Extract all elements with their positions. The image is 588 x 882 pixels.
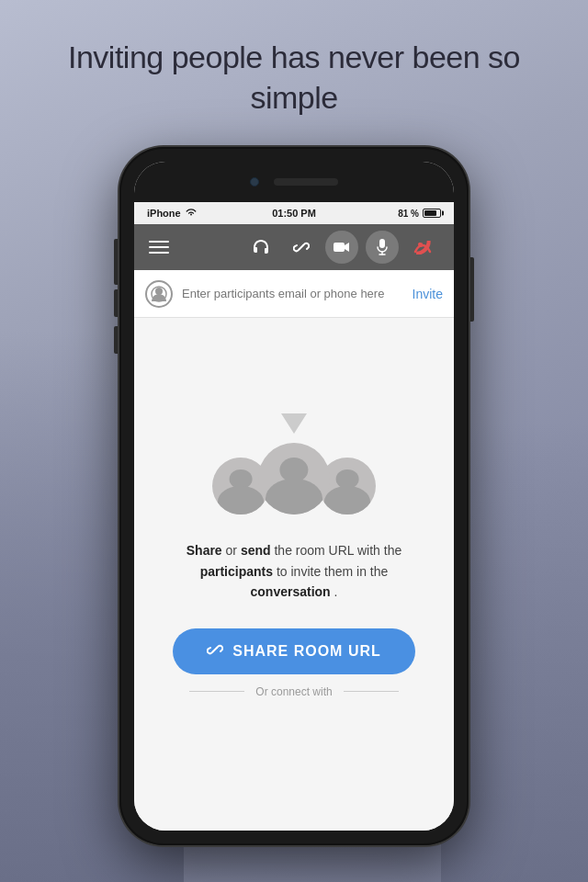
headline-area: Inviting people has never been so simple <box>0 37 588 118</box>
carrier-label: iPhone <box>147 208 181 219</box>
video-button[interactable] <box>325 231 358 264</box>
headline-text: Inviting people has never been so simple <box>55 37 533 118</box>
mic-button[interactable] <box>366 231 399 264</box>
hamburger-line-3 <box>149 252 169 254</box>
share-room-url-button[interactable]: SHARE ROOM URL <box>173 628 416 674</box>
desc-middle: the room URL with the <box>274 543 401 558</box>
invite-row: Invite <box>134 270 454 318</box>
toolbar-left <box>149 241 233 254</box>
bottom-area: Or connect with <box>189 674 398 706</box>
vol-up-button <box>114 289 118 317</box>
description-text: Share or send the room URL with the part… <box>153 540 435 602</box>
invite-button[interactable]: Invite <box>413 287 443 301</box>
person-center <box>258 443 330 514</box>
battery-icon <box>423 209 441 218</box>
status-right: 81 % <box>398 209 441 219</box>
end-call-button[interactable] <box>406 231 439 264</box>
svg-point-5 <box>155 288 163 295</box>
battery-fill <box>424 210 436 216</box>
headphone-button[interactable] <box>244 231 277 264</box>
battery-percent: 81 % <box>398 209 419 219</box>
desc-invite: to invite them in the <box>277 564 388 579</box>
main-content: Share or send the room URL with the part… <box>134 318 454 831</box>
desc-send: send <box>241 543 271 558</box>
status-time: 01:50 PM <box>272 208 316 219</box>
hamburger-line-1 <box>149 241 169 243</box>
svg-line-7 <box>213 648 217 651</box>
desc-or: or <box>226 543 241 558</box>
camera <box>250 177 259 187</box>
svg-rect-1 <box>334 243 345 252</box>
hamburger-line-2 <box>149 246 169 248</box>
desc-share: Share <box>187 543 222 558</box>
link-button[interactable] <box>285 231 318 264</box>
people-illustration <box>212 443 376 514</box>
desc-period: . <box>334 584 338 599</box>
phone-screen: iPhone 01:50 PM 81 % <box>134 162 454 831</box>
arrow-down-icon <box>281 413 307 434</box>
phone-frame: iPhone 01:50 PM 81 % <box>119 147 469 845</box>
or-connect-label: Or connect with <box>255 685 332 698</box>
desc-participants: participants <box>200 564 273 579</box>
menu-button[interactable] <box>149 241 169 254</box>
share-button-label: SHARE ROOM URL <box>232 643 381 660</box>
speaker <box>274 178 338 186</box>
toolbar-icons <box>244 231 439 264</box>
wifi-icon <box>185 208 198 219</box>
vol-down-button <box>114 326 118 354</box>
svg-rect-2 <box>379 239 385 248</box>
status-bar: iPhone 01:50 PM 81 % <box>134 202 454 224</box>
phone-notch <box>134 162 454 202</box>
bottom-line-left <box>189 691 244 692</box>
bottom-line-right <box>344 691 399 692</box>
share-link-icon <box>207 641 223 662</box>
desc-conversation: conversation <box>251 584 331 599</box>
invite-avatar <box>145 280 173 308</box>
svg-line-0 <box>300 245 303 249</box>
invite-input[interactable] <box>182 287 403 300</box>
status-left: iPhone <box>147 208 198 219</box>
toolbar <box>134 224 454 270</box>
